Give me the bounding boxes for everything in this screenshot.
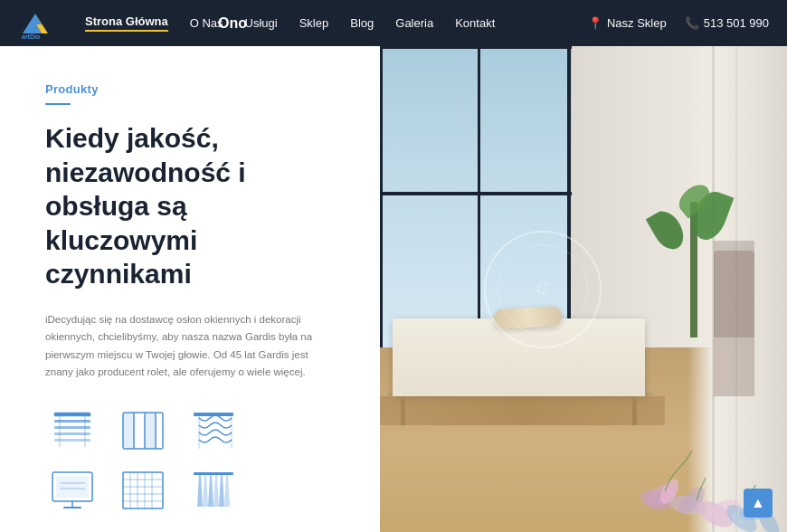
location-icon: 📍 [588, 16, 602, 30]
store-label: Nasz Sklep [607, 16, 667, 30]
phone-icon: 📞 [685, 16, 699, 30]
icon-panel-blind[interactable] [116, 407, 170, 454]
nav-right: 📍 Nasz Sklep 📞 513 501 990 [588, 16, 769, 30]
navbar: artDio Strona Główna O Nas Usługi Sklep … [0, 0, 787, 46]
nav-kontakt[interactable]: Kontakt [455, 16, 495, 30]
icon-curtain-blind[interactable] [186, 467, 241, 514]
logo[interactable]: artDio [18, 6, 58, 41]
ono-label: Ono [211, 0, 254, 46]
nav-sklep[interactable]: Sklep [299, 16, 329, 30]
phone-number: 513 501 990 [704, 16, 769, 30]
left-panel: Produkty Kiedy jakość, niezawodność i ob… [0, 46, 380, 532]
description-text: iDecydując się na dostawcę osłon okienny… [45, 311, 317, 382]
main-content: Produkty Kiedy jakość, niezawodność i ob… [0, 46, 787, 532]
svg-rect-34 [194, 472, 233, 475]
products-label: Produkty [45, 82, 344, 96]
icon-sheer-blind[interactable] [186, 407, 241, 454]
icon-screen-blind[interactable] [45, 467, 100, 514]
nav-links: Strona Główna O Nas Usługi Sklep Blog Ga… [85, 14, 588, 32]
watermark: G [484, 231, 602, 348]
svg-rect-20 [56, 476, 89, 498]
svg-rect-14 [123, 413, 134, 449]
icon-roller-blind[interactable] [116, 467, 170, 514]
scroll-top-button[interactable]: ▲ [744, 489, 773, 518]
svg-rect-15 [145, 413, 156, 449]
main-heading: Kiedy jakość, niezawodność i obsługa są … [45, 121, 344, 291]
nav-blog[interactable]: Blog [350, 16, 374, 30]
nav-phone: 📞 513 501 990 [685, 16, 769, 30]
svg-text:artDio: artDio [22, 33, 40, 40]
nav-strona-glowna[interactable]: Strona Główna [85, 14, 168, 32]
products-underline [45, 103, 71, 105]
svg-marker-0 [23, 14, 42, 33]
svg-rect-22 [63, 507, 81, 508]
icon-venetian-blind[interactable] [45, 407, 100, 454]
nav-store[interactable]: 📍 Nasz Sklep [588, 16, 667, 30]
scroll-top-arrow: ▲ [751, 496, 765, 510]
logo-icon: artDio [18, 6, 52, 41]
icons-grid [45, 407, 344, 514]
right-panel: G [380, 46, 787, 532]
room-scene: G [380, 46, 787, 532]
svg-rect-25 [123, 472, 163, 508]
nav-galeria[interactable]: Galeria [395, 16, 433, 30]
